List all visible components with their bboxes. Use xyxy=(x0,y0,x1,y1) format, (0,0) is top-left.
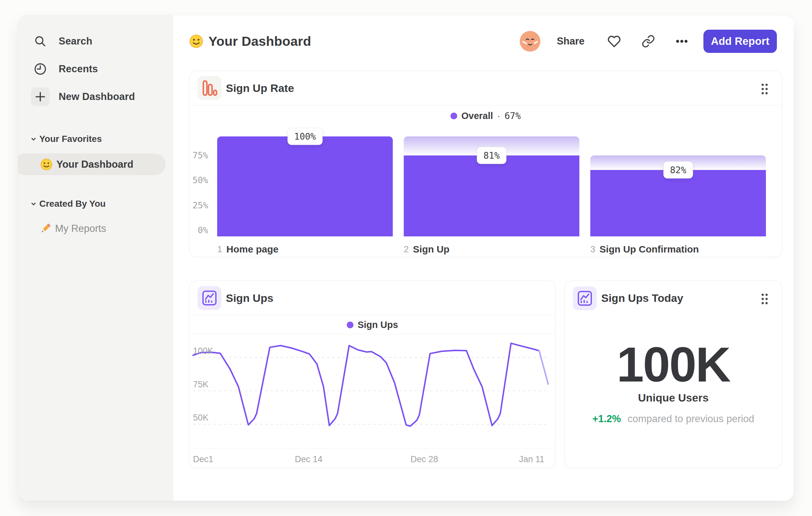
funnel-step-label: 2 Sign Up xyxy=(404,244,450,255)
funnel-rate-badge: 81% xyxy=(476,147,506,164)
add-report-button[interactable]: Add Report xyxy=(703,30,777,53)
app-window: Search Recents New Dashboard Your Favori… xyxy=(18,15,794,501)
signups-today-card: Sign Ups Today 100K Unique Users +1.2% c… xyxy=(564,280,782,468)
x-axis-label: Dec1 xyxy=(193,454,213,464)
card-header: Sign Up Rate xyxy=(190,71,782,105)
metric-label: Unique Users xyxy=(565,391,782,404)
chevron-down-icon xyxy=(30,200,37,208)
favorite-heart-icon[interactable] xyxy=(607,34,621,49)
funnel-bar xyxy=(217,136,393,236)
drag-handle-icon[interactable] xyxy=(760,83,769,95)
x-axis-label: Jan 11 xyxy=(519,454,544,464)
sidebar-item-recents[interactable]: Recents xyxy=(18,55,173,83)
more-options-icon[interactable] xyxy=(674,34,689,49)
bar-chart-icon xyxy=(198,76,221,100)
funnel-axis-label: 75% xyxy=(190,150,208,161)
funnel-rate-badge: 100% xyxy=(287,128,323,145)
page-title: Your Dashboard xyxy=(189,30,311,53)
funnel-rate-badge: 82% xyxy=(663,162,693,179)
funnel-bar xyxy=(404,156,579,236)
copy-link-icon[interactable] xyxy=(641,34,656,49)
page-title-text: Your Dashboard xyxy=(208,34,311,49)
plus-icon xyxy=(31,87,50,106)
x-axis-label: Dec 28 xyxy=(410,454,438,464)
y-axis-label: 50K xyxy=(193,412,208,423)
chevron-down-icon xyxy=(30,135,37,143)
y-axis-label: 100K xyxy=(193,346,213,356)
sidebar-item-label: Your Dashboard xyxy=(56,159,134,170)
search-icon xyxy=(33,34,47,48)
sidebar-item-label: Search xyxy=(59,35,92,47)
funnel-step-column[interactable]: 81% xyxy=(404,136,579,236)
sidebar-item-my-reports[interactable]: My Reports xyxy=(18,220,173,238)
funnel-step-column[interactable]: 100% xyxy=(217,136,393,236)
sidebar-item-your-dashboard[interactable]: Your Dashboard xyxy=(18,154,166,175)
card-title: Sign Ups Today xyxy=(601,292,683,304)
funnel-axis-label: 25% xyxy=(190,200,208,211)
sidebar-item-label: Recents xyxy=(59,63,98,75)
funnel-step-column[interactable]: 82% xyxy=(590,136,766,236)
x-axis-label: Dec 14 xyxy=(295,454,323,464)
sidebar-section-your-favorites[interactable]: Your Favorites xyxy=(18,130,173,148)
line-chart-plot[interactable]: 100K75K50KDec1Dec 14Dec 28Jan 11 xyxy=(190,281,555,468)
sidebar-item-label: My Reports xyxy=(55,223,106,235)
drag-handle-icon[interactable] xyxy=(760,293,769,305)
smiley-emoji-icon xyxy=(40,158,53,171)
smiley-emoji-icon xyxy=(189,34,203,48)
funnel-axis-label: 50% xyxy=(190,175,208,186)
funnel-step-label: 1 Home page xyxy=(217,244,279,255)
funnel-step-label: 3 Sign Up Confirmation xyxy=(590,244,699,255)
delta-value: +1.2% xyxy=(592,413,621,425)
sidebar-item-label: New Dashboard xyxy=(59,91,135,103)
legend-dot-icon xyxy=(451,113,457,119)
sidebar-item-new-dashboard[interactable]: New Dashboard xyxy=(18,83,173,111)
card-title: Sign Up Rate xyxy=(226,82,294,94)
pencil-emoji-icon xyxy=(39,222,52,235)
avatar[interactable] xyxy=(520,31,540,52)
sidebar: Search Recents New Dashboard Your Favori… xyxy=(18,15,173,501)
clock-icon xyxy=(33,62,47,76)
delta-note: compared to previous period xyxy=(628,413,754,425)
signup-rate-card: Sign Up Rate Overall · 67% 75%50%25%0% 1… xyxy=(189,71,782,257)
main-content: Your Dashboard Share Add Report Sign Up … xyxy=(173,15,794,501)
section-label: Your Favorites xyxy=(39,134,102,144)
share-button[interactable]: Share xyxy=(557,30,584,53)
signups-card: Sign Ups Sign Ups 100K75K50KDec1Dec 14De… xyxy=(189,280,555,468)
line-chart-icon xyxy=(573,287,597,310)
funnel-bar xyxy=(590,170,766,236)
metric-value: 100K xyxy=(565,336,782,393)
funnel-legend[interactable]: Overall · 67% xyxy=(190,105,782,126)
sidebar-section-created-by-you[interactable]: Created By You xyxy=(18,195,173,213)
section-label: Created By You xyxy=(39,199,106,209)
y-axis-label: 75K xyxy=(193,379,208,389)
sidebar-item-search[interactable]: Search xyxy=(18,27,173,55)
card-header: Sign Ups Today xyxy=(565,281,782,316)
metric-delta-row: +1.2% compared to previous period xyxy=(565,413,782,425)
funnel-axis-label: 0% xyxy=(190,225,208,236)
